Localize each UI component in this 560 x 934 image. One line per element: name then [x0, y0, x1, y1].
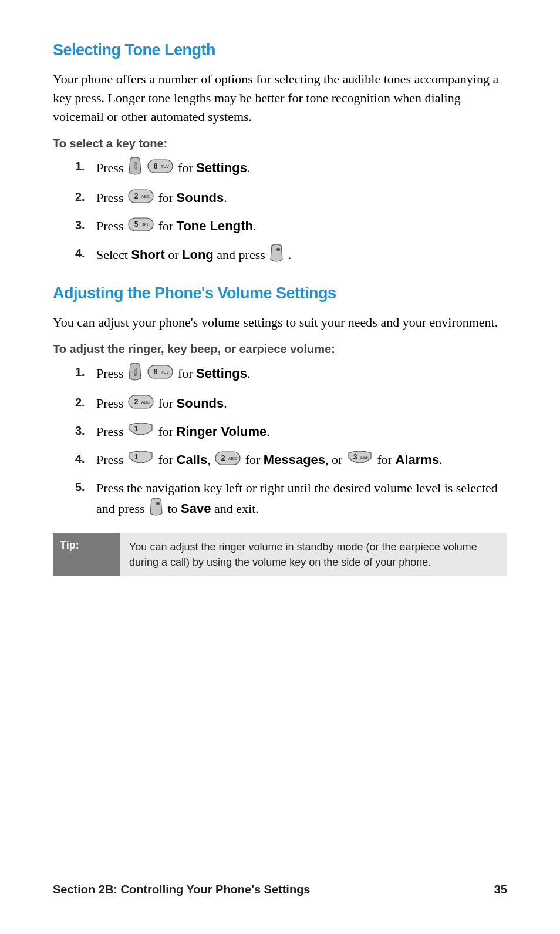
step-text: for: [245, 452, 264, 467]
step-5: 5. Press the navigation key left or righ…: [75, 478, 507, 522]
step-4: 4. Select Short or Long and press .: [75, 244, 507, 268]
key-2-icon: 2ABC: [215, 451, 241, 471]
step-text: for: [158, 396, 176, 411]
key-5-icon: 5JKL: [128, 217, 154, 237]
svg-text:1: 1: [134, 453, 139, 461]
key-2-icon: 2ABC: [128, 189, 154, 209]
step-bold: Calls: [177, 452, 208, 467]
step-2: 2. Press 2ABC for Sounds.: [75, 188, 507, 209]
step-bold: Sounds: [177, 396, 224, 411]
svg-text:JKL: JKL: [142, 223, 149, 227]
svg-text:8: 8: [154, 162, 158, 170]
step-text: .: [439, 452, 443, 467]
step-text: ,: [207, 452, 214, 467]
step-text: .: [288, 247, 292, 262]
subhead-select-key-tone: To select a key tone:: [53, 137, 507, 150]
svg-text:MENU: MENU: [134, 162, 137, 170]
svg-text:5: 5: [134, 220, 139, 229]
steps-volume: 1. Press MENU 8TUV for Settings. 2. Pres…: [53, 363, 507, 522]
svg-point-25: [156, 502, 160, 505]
step-text: for: [158, 452, 176, 467]
step-bold: Sounds: [177, 190, 224, 205]
step-bold: Tone Length: [177, 219, 253, 233]
svg-text:TUV: TUV: [161, 370, 169, 374]
ok-key-icon: [149, 498, 163, 522]
step-number: 3.: [75, 216, 85, 234]
intro-volume-settings: You can adjust your phone's volume setti…: [53, 313, 507, 332]
svg-text:ABC: ABC: [141, 400, 150, 404]
tip-label: Tip:: [53, 533, 120, 576]
menu-key-icon: MENU: [128, 157, 142, 181]
svg-text:2: 2: [134, 398, 139, 406]
step-number: 3.: [75, 422, 85, 440]
step-text: or: [168, 247, 182, 262]
key-8-icon: 8TUV: [147, 159, 173, 179]
step-bold: Alarms: [396, 452, 440, 467]
page-footer: Section 2B: Controlling Your Phone's Set…: [53, 883, 507, 896]
step-bold: Short: [131, 247, 164, 262]
step-4: 4. Press 1 for Calls, 2ABC for Messages,…: [75, 450, 507, 471]
svg-text:MENU: MENU: [134, 367, 137, 376]
heading-tone-length: Selecting Tone Length: [53, 41, 507, 59]
heading-volume-settings: Adjusting the Phone's Volume Settings: [53, 284, 507, 303]
step-text: Press: [96, 424, 127, 439]
footer-page-number: 35: [494, 883, 507, 896]
key-8-icon: 8TUV: [147, 365, 173, 385]
step-text: for: [158, 190, 176, 205]
step-3: 3. Press 5JKL for Tone Length.: [75, 216, 507, 237]
intro-tone-length: Your phone offers a number of options fo…: [53, 70, 507, 126]
svg-text:2: 2: [221, 454, 225, 462]
svg-text:TUV: TUV: [161, 164, 169, 169]
step-text: Press: [96, 366, 127, 381]
tip-text: You can adjust the ringer volume in stan…: [120, 533, 507, 576]
step-number: 2.: [75, 394, 85, 412]
step-text: Press: [96, 396, 127, 411]
steps-tone-length: 1. Press MENU 8TUV for Settings. 2. Pres…: [53, 157, 507, 268]
step-text: for: [178, 160, 196, 175]
step-bold: Long: [182, 247, 214, 262]
svg-text:ABC: ABC: [228, 456, 237, 461]
key-1-icon: 1: [128, 451, 154, 471]
footer-section: Section 2B: Controlling Your Phone's Set…: [53, 883, 311, 896]
step-3: 3. Press 1 for Ringer Volume.: [75, 422, 507, 443]
step-2: 2. Press 2ABC for Sounds.: [75, 394, 507, 415]
step-text: for: [178, 366, 196, 381]
svg-text:8: 8: [154, 368, 158, 376]
step-bold: Settings: [196, 160, 247, 175]
subhead-adjust-volume: To adjust the ringer, key beep, or earpi…: [53, 342, 507, 356]
step-number: 1.: [75, 157, 85, 176]
key-1-icon: 1: [128, 423, 154, 443]
svg-rect-7: [129, 218, 153, 231]
step-text: , or: [325, 452, 346, 467]
svg-text:2: 2: [134, 192, 139, 200]
step-bold: Settings: [196, 366, 247, 381]
step-text: for: [158, 424, 176, 439]
step-text: Select: [96, 247, 131, 262]
step-number: 4.: [75, 244, 85, 263]
step-text: .: [253, 219, 257, 233]
svg-text:ABC: ABC: [141, 194, 150, 199]
step-text: and press: [217, 247, 268, 262]
key-2-icon: 2ABC: [128, 395, 154, 415]
step-bold: Ringer Volume: [177, 424, 267, 439]
step-1: 1. Press MENU 8TUV for Settings.: [75, 157, 507, 181]
svg-text:3: 3: [353, 453, 357, 461]
step-text: Press: [96, 190, 127, 205]
step-number: 2.: [75, 188, 85, 206]
svg-text:1: 1: [134, 425, 139, 433]
step-text: .: [224, 190, 227, 205]
step-bold: Save: [181, 501, 211, 516]
step-text: Press: [96, 219, 127, 233]
step-number: 1.: [75, 363, 85, 381]
step-number: 5.: [75, 478, 85, 496]
ok-key-icon: [269, 244, 284, 268]
key-3-icon: 3DEF: [347, 451, 373, 471]
step-text: for: [158, 219, 176, 233]
step-text: to: [167, 501, 181, 516]
step-bold: Messages: [264, 452, 325, 467]
step-text: for: [377, 452, 395, 467]
step-1: 1. Press MENU 8TUV for Settings.: [75, 363, 507, 387]
step-text: Press: [96, 452, 127, 467]
manual-page: Selecting Tone Length Your phone offers …: [0, 0, 560, 934]
menu-key-icon: MENU: [128, 363, 142, 387]
